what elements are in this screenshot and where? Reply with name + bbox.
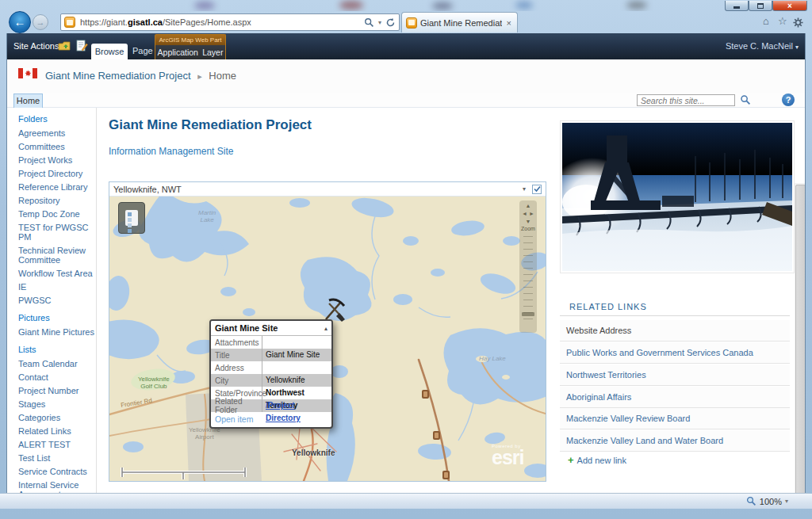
sidebar-item-contact[interactable]: Contact [18, 372, 96, 382]
sidebar-heading-lists[interactable]: Lists [18, 345, 96, 354]
address-bar[interactable]: https://giant.gisatl.ca/SitePages/Home.a… [60, 13, 400, 31]
pan-up-icon[interactable]: ▲ [519, 203, 537, 208]
navigate-up-icon[interactable] [58, 40, 71, 52]
popup-row: Related Folder/Project Directory [211, 399, 331, 412]
sidebar-item-ie[interactable]: IE [18, 282, 96, 292]
map-label-martin-lake: MartinLake [198, 209, 216, 223]
url-text[interactable]: https://giant.gisatl.ca/SitePages/Home.a… [80, 17, 364, 27]
zoom-slider-thumb[interactable] [522, 312, 534, 316]
check-icon [534, 185, 541, 193]
ribbon-tab-application[interactable]: Application [158, 45, 198, 59]
ribbon-tab-page[interactable]: Page [132, 46, 153, 55]
browser-tab[interactable]: Giant Mine Remediation Pr... × [401, 12, 518, 32]
webpart-menu-caret-icon[interactable]: ▾ [523, 185, 526, 193]
esri-logo: Powered by esri [492, 444, 523, 466]
titlebar-blur-decor [515, 2, 533, 9]
related-link: Mackenzie Valley Land and Water Board [560, 430, 790, 452]
sidebar-item-technical-review-committee[interactable]: Technical Review Committee [18, 246, 96, 265]
popup-header: Giant Mine Site ▴ [211, 321, 331, 336]
ribbon-tab-layer[interactable]: Layer [202, 45, 223, 59]
popup-row: Address [211, 361, 331, 374]
sidebar-item-temp-doc-zone[interactable]: Temp Doc Zone [18, 209, 96, 219]
ribbon-tab-browse[interactable]: Browse [91, 44, 128, 59]
popup-collapse-icon[interactable]: ▴ [324, 325, 327, 332]
map-zoom-control[interactable]: ▲ ◄ ► ▼ Zoom [519, 200, 537, 333]
minimize-button[interactable] [725, 1, 749, 11]
sidebar-item-related-links[interactable]: Related Links [18, 426, 96, 436]
sidebar-item-repository[interactable]: Repository [18, 196, 96, 205]
zoom-label: Zoom [519, 226, 537, 231]
map-label-hay-lake: Hay Lake [479, 355, 506, 362]
sidebar-item-alert-test[interactable]: ALERT TEST [18, 440, 96, 449]
page-scrollbar[interactable]: ˅ [795, 183, 806, 493]
home-icon[interactable]: ⌂ [763, 16, 769, 27]
sidebar-item-project-works[interactable]: Project Works [18, 155, 96, 165]
sidebar-item-categories[interactable]: Categories [18, 413, 96, 422]
plus-icon: + [568, 454, 574, 466]
add-new-link-button[interactable]: +Add new link [568, 454, 626, 466]
sidebar-item-internal-service-agreements[interactable]: Internal Service Agreements [18, 480, 96, 493]
sidebar-item-project-directory[interactable]: Project Directory [18, 169, 96, 178]
scrollbar-thumb[interactable] [795, 185, 806, 493]
back-icon: ← [14, 15, 26, 29]
sidebar-item-reference-library[interactable]: Reference Library [18, 182, 96, 192]
sidebar-item-pwgsc[interactable]: PWGSC [18, 296, 96, 305]
sidebar-item-workflow-test-area[interactable]: Workflow Test Area [18, 269, 96, 278]
sidebar-item-committees[interactable]: Committees [18, 142, 96, 151]
site-actions-menu[interactable]: Site Actions ▾ [13, 41, 65, 51]
user-menu[interactable]: Steve C. MacNeil ▾ [726, 41, 799, 51]
arcgis-map[interactable]: MartinLake Hay Lake YellowknifeGolf Club… [109, 197, 546, 481]
popup-row: TitleGiant Mine Site [211, 349, 331, 361]
site-search-input[interactable] [637, 94, 735, 106]
zoom-magnifier-icon [746, 496, 756, 506]
forward-button[interactable]: → [33, 14, 48, 30]
search-icon[interactable] [364, 17, 374, 28]
back-button[interactable]: ← [9, 11, 31, 33]
caret-down-icon: ▾ [795, 44, 799, 51]
maximize-button[interactable] [749, 1, 772, 11]
sidebar-item-project-number[interactable]: Project Number [18, 386, 96, 395]
help-button[interactable]: ? [782, 93, 795, 106]
settings-gear-icon[interactable] [793, 17, 803, 28]
refresh-icon[interactable] [385, 17, 396, 28]
sidebar-item-test-for-pwgsc-pm[interactable]: TEST for PWGSC PM [18, 223, 96, 242]
breadcrumb-site-title[interactable]: Giant Mine Remediation Project [45, 70, 191, 82]
page-subtitle[interactable]: Information Management Site [109, 146, 233, 157]
related-links-column-header[interactable]: Website Address [560, 320, 790, 342]
sidebar-item-team-calendar[interactable]: Team Calendar [18, 359, 96, 368]
sidebar-item-giant-mine-pictures[interactable]: Giant Mine Pictures [18, 327, 96, 337]
search-options-caret[interactable]: ▾ [378, 19, 381, 26]
nav-tab-home[interactable]: Home [13, 93, 43, 108]
sidebar-item-test-list[interactable]: Test List [18, 453, 96, 463]
browser-viewport: Site Actions ▾ Browse Page ArcGIS Map We… [6, 33, 806, 493]
window-titlebar[interactable]: × [0, 0, 812, 11]
zoom-caret-icon[interactable]: ▾ [785, 498, 788, 505]
related-folder-link[interactable]: /Project Directory [266, 401, 301, 422]
favorites-star-icon[interactable]: ☆ [778, 16, 787, 27]
sidebar-item-agreements[interactable]: Agreements [18, 128, 96, 138]
basemap-toggle-button[interactable] [118, 202, 145, 234]
main-column: Giant Mine Remediation Project Informati… [102, 108, 540, 493]
zoom-slider-track[interactable] [523, 236, 533, 323]
site-search-icon[interactable] [740, 94, 751, 105]
breadcrumb: Giant Mine Remediation Project ▸ Home [45, 70, 236, 82]
webpart-checkbox[interactable] [532, 185, 542, 194]
quick-launch-sidebar: Folders Agreements Committees Project Wo… [7, 108, 97, 493]
map-label-yellowknife: Yellowknife [292, 448, 335, 457]
sidebar-item-stages[interactable]: Stages [18, 399, 96, 409]
pan-left-right-icons[interactable]: ◄ ► [519, 211, 537, 216]
sidebar-heading-pictures[interactable]: Pictures [18, 313, 96, 322]
map-label-golf-club: YellowknifeGolf Club [138, 376, 170, 390]
edit-page-icon[interactable] [75, 40, 88, 52]
pan-down-icon[interactable]: ▼ [519, 219, 537, 224]
browser-zoom-control[interactable]: 100% ▾ [746, 496, 788, 506]
titlebar-blur-decor [339, 1, 363, 10]
close-button[interactable]: × [772, 1, 807, 11]
page-content: Folders Agreements Committees Project Wo… [7, 108, 806, 493]
tab-close-icon[interactable]: × [505, 18, 513, 28]
sidebar-heading-folders[interactable]: Folders [18, 114, 96, 124]
site-favicon [64, 17, 75, 28]
sidebar-item-service-contracts[interactable]: Service Contracts [18, 467, 96, 476]
right-column: RELATED LINKS Website Address Public Wor… [553, 108, 791, 493]
related-link: Public Works and Government Services Can… [560, 342, 790, 364]
